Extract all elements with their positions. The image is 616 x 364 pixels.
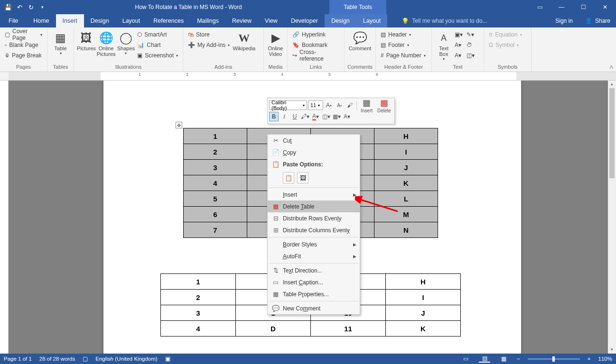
store-button[interactable]: 🛍Store: [186, 29, 232, 40]
ctx-delete-table[interactable]: ▦Delete Table: [268, 200, 360, 212]
smartart-button[interactable]: ⬡SmartArt: [135, 29, 180, 40]
share-button[interactable]: 👤 Share: [579, 14, 616, 27]
view-web-layout[interactable]: ▦: [498, 355, 509, 362]
table-cell[interactable]: L: [374, 191, 438, 207]
ctx-distribute-rows[interactable]: ⊟Distribute Rows Evenly: [268, 212, 360, 224]
table-cell[interactable]: 1: [184, 128, 247, 144]
tab-table-design[interactable]: Design: [325, 14, 356, 27]
table-cell[interactable]: 4: [184, 175, 247, 191]
tab-design[interactable]: Design: [84, 14, 116, 27]
borders-button[interactable]: ▦▾: [332, 112, 341, 121]
tab-review[interactable]: Review: [225, 14, 258, 27]
table-cell[interactable]: J: [374, 160, 438, 175]
tell-me-search[interactable]: 💡 Tell me what you want to do...: [387, 14, 549, 27]
symbol-button[interactable]: ΩSymbol▾: [487, 40, 524, 50]
table-cell[interactable]: 2: [161, 290, 236, 305]
ctx-copy[interactable]: 📄Copy: [268, 146, 360, 158]
blank-page-button[interactable]: ▫Blank Page: [3, 40, 44, 50]
cover-page-button[interactable]: ▢Cover Page▾: [3, 29, 44, 40]
table-cell[interactable]: 2: [184, 144, 247, 160]
my-addins-button[interactable]: ➕My Add-ins ▾: [186, 40, 232, 50]
font-color-button[interactable]: A▾: [311, 112, 320, 121]
grow-font-button[interactable]: A▴: [324, 100, 334, 110]
vertical-scrollbar[interactable]: ▴ ▾: [608, 81, 616, 354]
table-cell[interactable]: I: [386, 290, 461, 305]
tab-developer[interactable]: Developer: [284, 14, 325, 27]
header-button[interactable]: ▤Header▾: [379, 29, 428, 40]
table-move-handle[interactable]: ✥: [176, 122, 182, 128]
tab-view[interactable]: View: [258, 14, 284, 27]
hyperlink-button[interactable]: 🔗Hyperlink: [290, 29, 341, 40]
redo-button[interactable]: ↻: [26, 2, 36, 12]
object-button[interactable]: ◫▾: [465, 50, 476, 61]
table-cell[interactable]: M: [374, 207, 438, 222]
table-cell[interactable]: D: [236, 321, 311, 337]
italic-button[interactable]: I: [280, 112, 289, 121]
wikipedia-button[interactable]: WWikipedia: [232, 29, 256, 51]
view-print-layout[interactable]: ▤: [479, 355, 490, 363]
equation-button[interactable]: πEquation▾: [487, 29, 524, 40]
ctx-table-properties[interactable]: ▦Table Properties...: [268, 288, 360, 300]
shapes-button[interactable]: ◯Shapes▾: [116, 29, 135, 55]
date-time-button[interactable]: ⏱: [465, 40, 476, 50]
ctx-distribute-columns[interactable]: ⊞Distribute Columns Evenly: [268, 224, 360, 236]
undo-button[interactable]: ↶: [14, 2, 25, 12]
ctx-text-direction[interactable]: ⇅Text Direction...: [268, 264, 360, 276]
styles-button[interactable]: A▾: [342, 112, 352, 121]
table-cell[interactable]: I: [374, 144, 438, 160]
tab-home[interactable]: Home: [27, 14, 56, 27]
table-cell[interactable]: H: [386, 274, 461, 290]
tab-file[interactable]: File: [0, 14, 27, 27]
table-cell[interactable]: 3: [184, 160, 247, 175]
table-cell[interactable]: 4: [161, 321, 236, 337]
save-button[interactable]: 💾: [3, 2, 13, 12]
view-read-mode[interactable]: ▭: [460, 355, 471, 362]
paste-keep-formatting-button[interactable]: 📋: [283, 172, 294, 183]
minimize-button[interactable]: —: [551, 0, 572, 14]
underline-button[interactable]: U: [290, 112, 299, 121]
drop-cap-button[interactable]: A▾: [453, 50, 465, 61]
comment-button[interactable]: 💬Comment: [347, 29, 373, 51]
ruler-horizontal[interactable]: 1 2 3 4 5 6: [0, 72, 616, 81]
page-break-button[interactable]: ⤋Page Break: [3, 50, 44, 61]
shrink-font-button[interactable]: A▾: [335, 100, 344, 110]
close-button[interactable]: ✕: [594, 0, 616, 14]
table-cell[interactable]: 3: [161, 305, 236, 321]
quick-parts-button[interactable]: ▣▾: [453, 29, 465, 40]
online-pictures-button[interactable]: 🌐Online Pictures: [96, 29, 117, 57]
table-row[interactable]: 4 D 11 K: [161, 321, 461, 337]
signature-line-button[interactable]: ✎▾: [465, 29, 476, 40]
page-number-button[interactable]: #Page Number▾: [379, 50, 428, 61]
sign-in-button[interactable]: Sign in: [549, 14, 579, 27]
collapse-ribbon-button[interactable]: ᐱ: [610, 64, 613, 70]
bold-button[interactable]: B: [269, 112, 279, 121]
ribbon-display-button[interactable]: ▭: [529, 0, 551, 14]
tab-references[interactable]: References: [147, 14, 190, 27]
document-area[interactable]: ✥ 1 A H 2 I 3 J: [9, 81, 616, 354]
status-language[interactable]: English (United Kingdom): [95, 356, 157, 362]
screenshot-button[interactable]: ▣Screenshot▾: [135, 50, 180, 61]
table-cell[interactable]: K: [374, 175, 438, 191]
online-video-button[interactable]: ▶Online Video: [267, 29, 284, 57]
ruler-vertical[interactable]: [0, 81, 9, 354]
text-box-button[interactable]: AText Box▾: [435, 29, 453, 61]
maximize-button[interactable]: ☐: [572, 0, 594, 14]
table-cell[interactable]: K: [386, 321, 461, 337]
ctx-autofit[interactable]: AutoFit▶: [268, 250, 360, 262]
ctx-cut[interactable]: ✂Cut: [268, 135, 360, 146]
table-cell[interactable]: 7: [184, 222, 247, 238]
table-cell[interactable]: 6: [184, 207, 247, 222]
shading-button[interactable]: ◫▾: [321, 112, 331, 121]
cross-reference-button[interactable]: ↪Cross-reference: [290, 50, 341, 61]
zoom-level[interactable]: 110%: [598, 356, 612, 362]
tab-mailings[interactable]: Mailings: [190, 14, 225, 27]
paste-picture-button[interactable]: 🖼: [297, 172, 308, 183]
zoom-in-button[interactable]: +: [588, 356, 591, 362]
highlight-button[interactable]: 🖍▾: [300, 112, 310, 121]
status-spellcheck-icon[interactable]: ▢: [83, 355, 88, 362]
ctx-new-comment[interactable]: 💬New Comment: [268, 302, 360, 314]
ctx-insert-caption[interactable]: ▭Insert Caption...: [268, 276, 360, 288]
table-button[interactable]: ▦Table▾: [50, 29, 71, 55]
table-cell[interactable]: 5: [184, 191, 247, 207]
qat-customize-button[interactable]: ▾: [37, 2, 47, 12]
